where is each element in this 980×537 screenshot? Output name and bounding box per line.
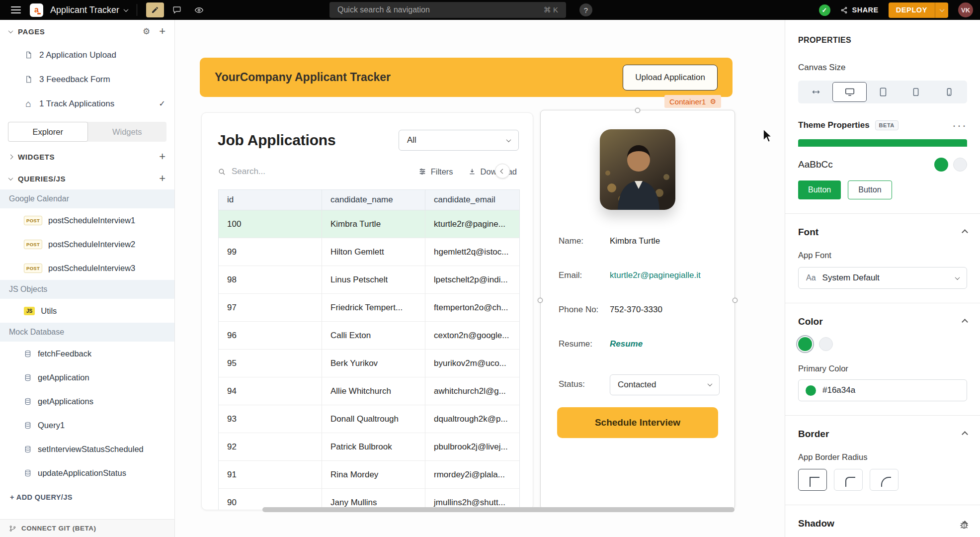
share-button[interactable]: SHARE <box>840 6 879 14</box>
connect-git-bar[interactable]: CONNECT GIT (BETA) <box>0 519 174 537</box>
canvas-size-fluid-option[interactable] <box>800 82 832 102</box>
pages-settings-icon[interactable]: ⚙ <box>143 26 150 37</box>
method-badge: POST <box>24 216 42 225</box>
add-query-js-button[interactable]: + ADD QUERY/JS <box>0 485 174 509</box>
table-row[interactable]: 97 Friedrick Tempert... ftemperton2o@ch.… <box>219 294 519 322</box>
theme-color-swatch-light[interactable] <box>953 158 967 172</box>
status-filter-select[interactable]: All <box>399 130 519 151</box>
theme-outline-button-preview[interactable]: Button <box>848 180 892 199</box>
border-radius-medium-option[interactable] <box>834 469 863 491</box>
table-search-input[interactable]: Search... <box>232 167 404 177</box>
deploy-button[interactable]: DEPLOY <box>889 2 948 18</box>
applicant-detail-container[interactable]: Name: Kimbra Turtle Email: kturtle2r@pag… <box>540 110 735 510</box>
app-font-select[interactable]: Aa System Default <box>798 267 967 289</box>
page-item[interactable]: ⌂ 2 Application Upload ✓ <box>0 43 174 67</box>
cell-candidate-email: lpetschelt2p@indi... <box>425 266 519 293</box>
collapse-panel-button[interactable] <box>495 164 510 179</box>
edit-mode-button[interactable] <box>146 2 164 17</box>
email-link[interactable]: kturtle2r@paginegialle.it <box>610 270 701 281</box>
table-row[interactable]: 92 Patrick Bulbrook pbulbrook2j@livej... <box>219 433 519 461</box>
widgets-section-header[interactable]: WIDGETS + <box>0 146 174 168</box>
app-header-container[interactable]: YourCompany Applicant Tracker Upload App… <box>200 58 733 97</box>
add-widget-button[interactable]: + <box>159 152 165 162</box>
column-header[interactable]: id <box>219 190 322 210</box>
primary-color-input[interactable]: #16a34a <box>798 379 967 401</box>
resume-link[interactable]: Resume <box>610 339 643 350</box>
queries-section-header[interactable]: QUERIES/JS + <box>0 168 174 189</box>
pages-section-header[interactable]: PAGES ⚙ + <box>0 20 174 43</box>
query-item[interactable]: POST postScheduleInterview1 <box>0 208 174 232</box>
canvas-size-tablet-large-option[interactable] <box>867 82 899 102</box>
font-section-header[interactable]: Font <box>798 227 967 238</box>
query-item[interactable]: setInterviewStatusScheduled <box>0 437 174 461</box>
comment-mode-button[interactable] <box>168 2 186 17</box>
theme-accent-bar <box>798 139 967 147</box>
query-item[interactable]: JS Utils <box>0 299 174 323</box>
canvas-size-mobile-option[interactable] <box>933 82 966 102</box>
theme-more-options-button[interactable]: ··· <box>952 123 967 127</box>
border-radius-large-option[interactable] <box>870 469 898 491</box>
add-page-button[interactable]: + <box>159 26 165 36</box>
help-button[interactable]: ? <box>579 3 592 16</box>
table-row[interactable]: 98 Linus Petschelt lpetschelt2p@indi... <box>219 266 519 294</box>
hamburger-menu-icon[interactable] <box>11 6 21 13</box>
shadow-section-header[interactable]: Shadow <box>798 518 967 529</box>
secondary-color-swatch[interactable] <box>819 337 833 351</box>
app-title[interactable]: Applicant Tracker <box>50 5 119 15</box>
quick-search-input[interactable]: Quick search & navigation ⌘ K <box>329 2 566 18</box>
query-item[interactable]: fetchFeedback <box>0 342 174 365</box>
column-header[interactable]: candidate_email <box>425 190 519 210</box>
table-row[interactable]: 93 Donall Qualtrough dqualtrough2k@p... <box>219 405 519 433</box>
query-item[interactable]: POST postScheduleInterview2 <box>0 232 174 256</box>
query-label: getApplication <box>38 373 89 382</box>
query-item[interactable]: Query1 <box>0 413 174 437</box>
deploy-caret-button[interactable] <box>935 2 948 18</box>
color-section-header[interactable]: Color <box>798 316 967 327</box>
add-query-plus-button[interactable]: + <box>159 174 165 183</box>
query-item[interactable]: updateApplicationStatus <box>0 461 174 485</box>
queries-collapse-icon[interactable] <box>8 176 13 180</box>
canvas-size-tablet-option[interactable] <box>899 82 932 102</box>
border-radius-none-option[interactable] <box>798 469 827 491</box>
database-icon <box>24 397 32 406</box>
theme-primary-button-preview[interactable]: Button <box>798 180 841 199</box>
pages-collapse-icon[interactable] <box>8 28 13 33</box>
horizontal-scrollbar[interactable] <box>262 507 735 512</box>
resize-handle-right[interactable] <box>733 298 737 303</box>
canvas-size-desktop-option[interactable] <box>832 82 866 102</box>
query-item[interactable]: JS Objects <box>0 280 174 299</box>
resize-handle-top[interactable] <box>635 108 640 113</box>
primary-color-swatch[interactable] <box>798 337 812 351</box>
table-row[interactable]: 99 Hilton Gemlett hgemlett2q@istoc... <box>219 238 519 266</box>
column-header[interactable]: candidate_name <box>322 190 425 210</box>
user-avatar[interactable]: VK <box>958 2 973 17</box>
view-mode-button[interactable] <box>190 2 208 17</box>
status-select[interactable]: Contacted <box>610 374 720 395</box>
widget-settings-icon[interactable]: ⚙ <box>710 97 716 105</box>
query-item[interactable]: POST postScheduleInterview3 <box>0 256 174 280</box>
theme-color-swatch-green[interactable] <box>934 158 948 172</box>
table-row[interactable]: 94 Allie Whitchurch awhitchurch2l@g... <box>219 377 519 405</box>
query-item[interactable]: Mock Database <box>0 323 174 342</box>
debug-bug-button[interactable] <box>959 520 969 532</box>
resize-handle-left[interactable] <box>538 298 543 303</box>
tab-explorer[interactable]: Explorer <box>8 122 88 142</box>
table-row[interactable]: 91 Rina Mordey rmordey2i@plala... <box>219 461 519 489</box>
container-widget-tag[interactable]: Container1 ⚙ <box>664 95 721 108</box>
table-row[interactable]: 96 Calli Exton cexton2n@google... <box>219 322 519 350</box>
query-label: postScheduleInterview3 <box>48 264 135 273</box>
schedule-interview-button[interactable]: Schedule Interview <box>557 407 718 438</box>
page-item[interactable]: ⌂ 1 Track Applications ✓ <box>0 91 174 116</box>
filters-button[interactable]: Filters <box>418 167 453 177</box>
table-row[interactable]: 100 Kimbra Turtle kturtle2r@pagine... <box>219 210 519 238</box>
tab-widgets[interactable]: Widgets <box>88 122 167 142</box>
page-item[interactable]: ⌂ 3 Feeedback Form ✓ <box>0 67 174 91</box>
query-item[interactable]: Google Calendar <box>0 189 174 208</box>
query-item[interactable]: getApplication <box>0 365 174 389</box>
border-section-header[interactable]: Border <box>798 429 967 440</box>
query-item[interactable]: getApplications <box>0 389 174 413</box>
app-title-chevron-icon[interactable] <box>124 7 129 12</box>
widgets-collapse-icon[interactable] <box>8 154 13 159</box>
table-row[interactable]: 95 Berk Yurikov byurikov2m@uco... <box>219 350 519 377</box>
upload-application-button[interactable]: Upload Application <box>623 65 718 90</box>
